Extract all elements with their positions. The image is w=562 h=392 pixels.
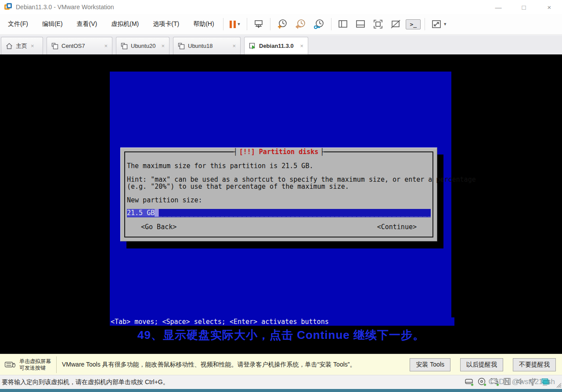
close-icon[interactable]: × [232,43,236,49]
tab-centos7[interactable]: CentOS7 × [47,37,112,54]
resize-grip[interactable] [555,382,562,388]
fullscreen-icon [373,19,383,29]
harddisk-icon[interactable] [465,377,473,386]
tab-home[interactable]: 主页 × [1,37,43,54]
tabbar: 主页 × CentOS7 × Ubuntu20 × Ubuntu18 × [0,35,562,54]
toolbar-separator [331,18,331,30]
partition-size-input[interactable]: 21.5 GB█________________________________… [127,209,431,217]
tab-debian[interactable]: Debian11.3.0 × [244,37,308,54]
tab-label: Ubuntu20 [131,43,158,49]
toolbar-separator [425,18,425,30]
dialog-text-hint-2: (e.g. "20%") to use that percentage of t… [127,183,349,191]
toolbar-separator [270,18,270,30]
snapshot-take-icon [277,18,288,30]
remind-later-button[interactable]: 以后提醒我 [460,358,503,371]
close-button[interactable]: × [537,0,562,14]
cdrom-icon[interactable] [477,377,486,386]
vmware-tools-notification: 单击虚拟屏幕 可发送按键 VMware Tools 具有很多功能，能改善鼠标移动… [0,354,562,375]
show-library-icon [338,19,348,29]
statusbar: 要将输入定向到该虚拟机，请在虚拟机内部单击或按 Ctrl+G。 [0,375,562,388]
tab-label: 主页 [16,42,27,50]
installer-screen: ┤[!!] Partition disks├ The maximum size … [110,72,451,326]
close-icon[interactable]: × [161,43,165,49]
pause-icon [230,21,236,28]
window-title: Debian11.3.0 - VMware Workstation [16,4,114,11]
continue-button[interactable]: <Continue> [377,223,417,231]
console-icon: >_ [410,21,417,28]
notification-separator [56,356,57,373]
menu-tabs[interactable]: 选项卡(T) [147,18,185,31]
input-value: 21.5 GB [127,209,155,217]
tab-label: Ubuntu18 [188,43,229,49]
partition-disks-dialog: ┤[!!] Partition disks├ The maximum size … [120,147,437,241]
revert-snapshot-button[interactable] [293,17,309,32]
tab-ubuntu20[interactable]: Ubuntu20 × [116,37,169,54]
snapshot-revert-icon [295,18,306,30]
toolbar-separator [247,18,247,30]
menu-file[interactable]: 文件(F) [2,18,34,31]
menu-edit[interactable]: 编辑(E) [36,18,69,31]
vmware-tools-message: VMware Tools 具有很多功能，能改善鼠标移动性、视频和性能。请登录客户… [62,361,410,369]
show-thumbnails-icon [355,19,366,29]
snapshot-manager-icon [313,18,325,30]
send-keys-hint: 单击虚拟屏幕 可发送按键 [19,358,51,371]
minimize-button[interactable]: — [486,0,511,14]
vmware-workstation-window: Debian11.3.0 - VMware Workstation — □ × … [0,0,562,392]
status-message: 要将输入定向到该虚拟机，请在虚拟机内部单击或按 Ctrl+G。 [2,378,169,386]
stretch-view-button[interactable]: ▼ [429,17,449,31]
menu-help[interactable]: 帮助(H) [187,18,220,31]
close-icon[interactable]: × [31,43,34,49]
take-snapshot-button[interactable] [274,17,290,32]
maximize-button[interactable]: □ [511,0,537,14]
vm-icon [121,43,128,50]
dialog-text-max-size: The maximum size for this partition is 2… [127,162,313,170]
fullscreen-button[interactable] [371,17,385,31]
close-icon[interactable]: × [300,43,303,49]
bottom-strip [0,389,562,392]
installer-help-line: <Tab> moves; <Space> selects; <Enter> ac… [111,318,329,326]
text-cursor: █ [155,209,159,217]
pause-button[interactable]: ▼ [227,19,243,30]
console-view-button[interactable]: >_ [406,19,421,29]
device-connected-dot [471,383,474,386]
dialog-prompt: New partition size: [127,196,202,204]
install-tools-button[interactable]: 安装 Tools [410,358,450,371]
vm-icon [51,43,58,50]
toolbar-separator [223,18,223,30]
snapshot-manager-button[interactable] [311,17,327,32]
device-connected-dot [483,383,486,386]
tab-ubuntu18[interactable]: Ubuntu18 × [173,37,241,54]
unity-mode-icon [390,19,401,29]
chevron-down-icon: ▼ [237,22,241,26]
menu-view[interactable]: 查看(V) [71,18,104,31]
keyboard-icon [4,360,16,370]
tab-label: Debian11.3.0 [259,43,296,49]
csdn-watermark: CSDN @wst021_sh [489,378,555,386]
input-fill: ________________________________________… [159,209,431,217]
vm-running-icon [249,43,256,50]
show-thumbnails-button[interactable] [353,17,368,31]
unity-mode-button[interactable] [388,17,403,31]
tutorial-caption: 49、显示硬盘实际大小，点击 Continue 继续下一步。 [0,327,562,343]
menu-vm[interactable]: 虚拟机(M) [105,18,145,31]
show-library-button[interactable] [335,17,350,31]
dialog-title-text: [!!] Partition disks [238,148,321,156]
home-icon [6,43,13,50]
menubar: 文件(F) 编辑(E) 查看(V) 虚拟机(M) 选项卡(T) 帮助(H) ▼ [0,14,562,35]
vm-icon [178,43,185,50]
chevron-down-icon: ▼ [443,22,447,26]
stretch-view-icon [431,19,442,29]
titlebar: Debian11.3.0 - VMware Workstation — □ × [0,0,562,14]
send-ctrl-alt-del-icon [253,19,264,29]
never-remind-button[interactable]: 不要提醒我 [513,358,556,371]
go-back-button[interactable]: <Go Back> [141,223,177,231]
send-ctrl-alt-del-button[interactable] [251,17,266,31]
dialog-title: ┤[!!] Partition disks├ [125,148,432,156]
vm-display-area[interactable]: ┤[!!] Partition disks├ The maximum size … [0,54,562,354]
tab-label: CentOS7 [61,43,101,49]
vmware-logo-icon [4,3,12,11]
close-icon[interactable]: × [104,43,108,49]
